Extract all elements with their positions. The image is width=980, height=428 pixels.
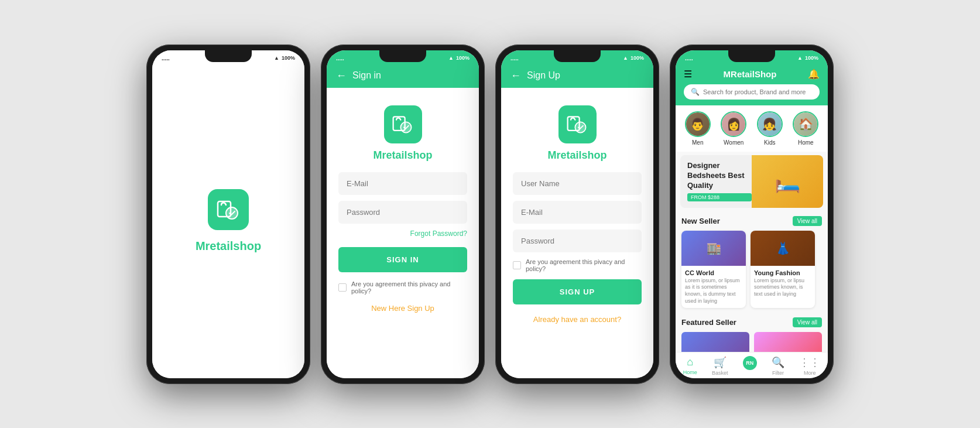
login-link[interactable]: Already have an account? [533,315,621,324]
banner-content: Designer Bedsheets Best Quality FROM $28… [680,155,759,208]
username-field[interactable] [513,172,642,195]
banner-title: Designer Bedsheets Best Quality [687,161,752,191]
category-men-avatar: 👨 [685,111,711,137]
signin-button[interactable]: SIGN IN [338,247,467,272]
signup-button[interactable]: SIGN UP [513,279,642,304]
phone-home: ..... ▲ 100% ☰ MRetailShop 🔔 🔍 [670,44,834,384]
battery-text: 100% [631,55,644,61]
home-header-title: MRetailShop [724,69,777,79]
young-fashion-image: 👗 [751,231,815,266]
splash-screen: Mretailshop [152,64,304,378]
signin-form: Mretailshop Forgot Password? SIGN IN Are… [327,88,479,378]
battery-text: 100% [282,55,295,61]
wifi-icon: ▲ [623,55,628,61]
nav-more[interactable]: ⋮⋮ More [799,356,820,376]
category-men[interactable]: 👨 Men [685,111,711,146]
logo-icon [391,112,414,136]
status-right: ▲ 100% [797,55,818,61]
cc-world-name: CC World [685,269,742,276]
menu-icon[interactable]: ☰ [684,69,692,80]
logo-icon [566,112,589,136]
seller-card-cc-world[interactable]: 🏬 CC World Lorem ipsum, or lipsum as it … [681,231,746,309]
home-header: ☰ MRetailShop 🔔 🔍 [676,64,828,105]
more-icon: ⋮⋮ [799,356,820,369]
wifi-icon: ▲ [448,55,454,61]
new-seller-header: New Seller View all [676,211,828,228]
featured-card-1[interactable] [681,332,749,351]
logo-icon [215,197,241,222]
back-arrow-icon[interactable]: ← [510,70,521,82]
signup-app-title: Mretailshop [547,149,606,162]
cc-world-image: 🏬 [681,231,746,266]
search-bar: 🔍 [684,84,820,100]
nav-home[interactable]: ⌂ Home [683,356,697,376]
signin-app-title: Mretailshop [373,149,432,162]
category-kids[interactable]: 👧 Kids [757,111,783,146]
wifi-icon: ▲ [274,55,279,61]
search-icon: 🔍 [691,88,700,96]
policy-label: Are you agreement this pivacy and policy… [526,258,642,272]
notch [379,50,426,62]
featured-seller-view-all[interactable]: View all [793,317,822,327]
featured-seller-title: Featured Seller [681,318,736,327]
category-home[interactable]: 🏠 Home [793,111,818,146]
young-fashion-info: Young Fashion Lorem ipsum, or lipsu some… [751,266,815,302]
seller-card-young-fashion[interactable]: 👗 Young Fashion Lorem ipsum, or lipsu so… [751,231,815,309]
new-seller-view-all[interactable]: View all [793,216,822,226]
signin-screen: ← Sign in Mretailshop Forgot Password? S… [327,64,479,378]
policy-checkbox-row: Are you agreement this pivacy and policy… [338,280,467,295]
nav-profile[interactable]: RN [743,356,757,376]
category-kids-avatar: 👧 [757,111,783,137]
signin-logo [384,105,422,143]
category-women[interactable]: 👩 Women [721,111,746,146]
wifi-icon: ▲ [797,55,803,61]
featured-card-2[interactable] [754,332,822,351]
promo-banner[interactable]: Designer Bedsheets Best Quality FROM $28… [680,155,823,208]
svg-point-5 [575,122,585,132]
password-field[interactable] [513,230,642,252]
signup-screen: ← Sign Up Mretailshop [501,64,653,378]
nav-filter-label: Filter [772,370,784,376]
cc-world-info: CC World Lorem ipsum, or lipsum as it is… [681,266,746,309]
profile-avatar: RN [743,356,757,370]
young-fashion-desc: Lorem ipsum, or lipsu sometimes known, i… [754,278,811,298]
status-dots: ..... [510,55,519,61]
bell-icon[interactable]: 🔔 [808,69,820,80]
email-field[interactable] [513,201,642,224]
nav-filter[interactable]: 🔍 Filter [772,356,784,376]
young-fashion-name: Young Fashion [754,269,811,276]
forgot-password-link[interactable]: Forgot Password? [338,230,467,238]
status-right: ▲ 100% [448,55,470,61]
bottom-nav: ⌂ Home 🛒 Basket RN 🔍 Filter ⋮⋮ More [676,352,828,378]
categories-row: 👨 Men 👩 Women 👧 Kids [676,105,828,152]
notch [554,50,601,62]
status-right: ▲ 100% [623,55,644,61]
status-dots: ..... [685,55,693,61]
policy-label: Are you agreement this pivacy and policy… [351,280,467,295]
home-screen: ☰ MRetailShop 🔔 🔍 👨 Men [676,64,828,378]
filter-icon: 🔍 [772,356,784,369]
splash-logo [208,189,249,230]
email-field[interactable] [338,172,467,195]
cc-world-desc: Lorem ipsum, or lipsum as it is sometime… [685,278,742,305]
status-dots: ..... [336,55,344,61]
password-field[interactable] [338,201,467,224]
back-arrow-icon[interactable]: ← [336,70,347,82]
policy-checkbox-row: Are you agreement this pivacy and policy… [513,258,642,272]
category-home-avatar: 🏠 [793,111,818,137]
banner-badge: FROM $288 [687,193,752,201]
signup-link[interactable]: New Here Sign Up [371,304,434,313]
policy-checkbox[interactable] [513,261,521,269]
category-men-label: Men [692,139,703,146]
home-icon: ⌂ [687,356,693,368]
new-seller-cards: 🏬 CC World Lorem ipsum, or lipsum as it … [676,228,828,313]
signup-header-title: Sign Up [527,70,644,81]
nav-more-label: More [804,370,816,376]
policy-checkbox[interactable] [338,283,347,292]
nav-basket[interactable]: 🛒 Basket [712,356,728,376]
battery-text: 100% [456,55,470,61]
search-input[interactable] [703,88,813,95]
featured-seller-header: Featured Seller View all [676,313,828,330]
status-right: ▲ 100% [274,55,295,61]
signin-header: ← Sign in [327,64,479,88]
